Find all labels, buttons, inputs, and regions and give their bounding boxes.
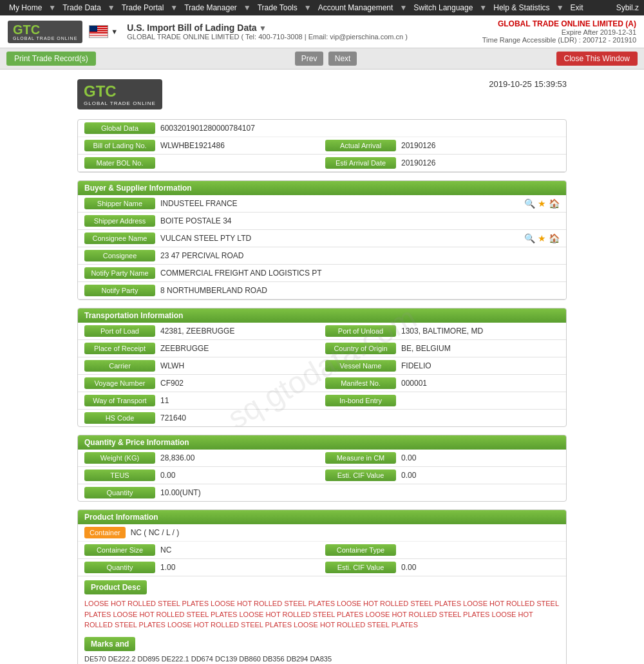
close-button-top[interactable]: Close This Window	[556, 52, 638, 66]
container-type-label: Container Type	[325, 544, 396, 556]
quantity-label: Quantity	[84, 487, 155, 498]
weight-measure-row: Weight (KG) 28,836.00 Measure in CM 0.00	[78, 450, 566, 467]
port-unload-value: 1303, BALTIMORE, MD	[401, 327, 560, 336]
country-origin-col: Country of Origin BE, BELGIUM	[325, 343, 560, 354]
top-navigation: My Home ▼ Trade Data ▼ Trade Portal ▼ Tr…	[0, 0, 644, 15]
bol-row: Bill of Lading No. WLWHBE1921486 Actual …	[78, 137, 566, 155]
quantity-row: Quantity 10.00(UNT)	[78, 484, 566, 501]
master-bol-row: Mater BOL No. Esti Arrival Date 20190126	[78, 155, 566, 172]
user-info: Sybil.z	[616, 3, 639, 12]
print-button-top[interactable]: Print Trade Record(s)	[6, 52, 96, 66]
prod-esti-cif-label: Esti. CIF Value	[325, 562, 396, 573]
esti-cif-label: Esti. CIF Value	[325, 470, 396, 481]
prod-esti-cif-value: 0.00	[401, 563, 560, 572]
container-row: Container NC ( NC / L / )	[78, 524, 566, 542]
quantity-value: 10.00(UNT)	[160, 488, 560, 497]
record-datetime: 2019-10-25 15:39:53	[489, 79, 567, 89]
consignee-search-icon[interactable]: 🔍	[524, 233, 535, 243]
top-action-bar: Print Trade Record(s) Prev Next Close Th…	[0, 48, 644, 70]
vessel-name-value: FIDELIO	[401, 361, 560, 370]
container-size-type-row: Container Size NC Container Type	[78, 542, 566, 559]
carrier-label: Carrier	[84, 360, 155, 372]
prev-button-top[interactable]: Prev	[295, 52, 324, 66]
prod-qty-value: 1.00	[160, 563, 319, 572]
weight-col: Weight (KG) 28,836.00	[84, 452, 319, 464]
nav-help-stats[interactable]: Help & Statistics	[489, 2, 553, 14]
consignee-star-icon[interactable]: ★	[538, 233, 546, 243]
bol-label: Bill of Lading No.	[84, 140, 155, 151]
place-receipt-value: ZEEBRUGGE	[160, 344, 319, 353]
header-bar: GTC GLOBAL TRADE ONLINE ▼ U.S. Import Bi…	[0, 15, 644, 48]
shipper-actions: 🔍 ★ 🏠	[524, 198, 560, 209]
shipper-name-label: Shipper Name	[84, 198, 155, 209]
prod-qty-col: Quantity 1.00	[84, 562, 319, 573]
prod-cif-col: Esti. CIF Value 0.00	[325, 562, 560, 573]
port-load-label: Port of Load	[84, 325, 155, 337]
port-load-value: 42381, ZEEBRUGGE	[160, 327, 319, 336]
port-row: Port of Load 42381, ZEEBRUGGE Port of Un…	[78, 323, 566, 340]
vessel-name-label: Vessel Name	[325, 360, 396, 372]
way-transport-col: Way of Transport 11	[84, 395, 319, 406]
buyer-supplier-section: Buyer & Supplier Information Shipper Nam…	[77, 180, 567, 300]
master-bol-label: Mater BOL No.	[84, 157, 155, 169]
voyage-label: Voyage Number	[84, 377, 155, 389]
logo-sub-text: GLOBAL TRADE ONLINE	[13, 36, 77, 41]
esti-arrival-value: 20190126	[401, 158, 560, 167]
manifest-label: Manifest No.	[325, 377, 396, 389]
title-dropdown-icon[interactable]: ▼	[259, 24, 267, 33]
container-label-btn: Container	[84, 527, 126, 538]
actual-arrival-col: Actual Arrival 20190126	[325, 140, 560, 151]
weight-value: 28,836.00	[160, 453, 319, 462]
nav-trade-manager[interactable]: Trade Manager	[180, 2, 241, 14]
transportation-header: Transportation Information	[78, 308, 566, 323]
voyage-col: Voyage Number CF902	[84, 377, 319, 389]
shipper-search-icon[interactable]: 🔍	[524, 198, 535, 209]
transportation-section: Transportation Information sq.gtodata.co…	[77, 308, 567, 427]
record-logo-sub: GLOBAL TRADE ONLINE	[84, 100, 156, 106]
manifest-value: 000001	[401, 379, 560, 388]
consignee-name-label: Consignee Name	[84, 232, 155, 244]
nav-account-mgmt[interactable]: Account Management	[314, 2, 397, 14]
shipper-star-icon[interactable]: ★	[538, 198, 546, 209]
nav-trade-portal[interactable]: Trade Portal	[118, 2, 168, 14]
voyage-value: CF902	[160, 379, 319, 388]
page-title: U.S. Import Bill of Lading Data	[127, 23, 256, 33]
nav-exit[interactable]: Exit	[567, 2, 587, 14]
notify-party-label: Notify Party	[84, 285, 155, 296]
next-button-top[interactable]: Next	[328, 52, 357, 66]
teus-label: TEUS	[84, 470, 155, 481]
marks-value: DE570 DE222.2 DD895 DE222.1 DD674 DC139 …	[78, 651, 566, 665]
container-size-col: Container Size NC	[84, 544, 319, 556]
consignee-home-icon[interactable]: 🏠	[549, 233, 560, 243]
nav-trade-data[interactable]: Trade Data	[59, 2, 105, 14]
product-desc-red: LOOSE HOT ROLLED STEEL PLATES LOOSE HOT …	[84, 600, 559, 629]
contact-info: GLOBAL TRADE ONLINE LIMITED ( Tel: 400-7…	[127, 33, 408, 41]
nav-my-home[interactable]: My Home	[5, 2, 46, 14]
weight-label: Weight (KG)	[84, 452, 155, 464]
way-transport-label: Way of Transport	[84, 395, 155, 406]
nav-switch-language[interactable]: Switch Language	[410, 2, 477, 14]
manifest-col: Manifest No. 000001	[325, 377, 560, 389]
header-left: GTC GLOBAL TRADE ONLINE ▼ U.S. Import Bi…	[8, 21, 408, 43]
record-header: GTC GLOBAL TRADE ONLINE 2019-10-25 15:39…	[77, 76, 567, 113]
shipper-address-row: Shipper Address BOITE POSTALE 34	[78, 213, 566, 230]
bol-value: WLWHBE1921486	[160, 141, 319, 150]
carrier-col: Carrier WLWH	[84, 360, 319, 372]
quantity-price-header: Quantity & Price Information	[78, 435, 566, 450]
measure-value: 0.00	[401, 453, 560, 462]
logo-gto-text: GTC	[13, 23, 77, 36]
esti-arrival-label: Esti Arrival Date	[325, 157, 396, 169]
container-size-label: Container Size	[84, 544, 155, 556]
nav-trade-tools[interactable]: Trade Tools	[254, 2, 301, 14]
actual-arrival-value: 20190126	[401, 141, 560, 150]
shipper-home-icon[interactable]: 🏠	[549, 198, 560, 209]
record-logo-gto: GTC	[84, 82, 156, 100]
teus-cif-row: TEUS 0.00 Esti. CIF Value 0.00	[78, 467, 566, 484]
shipper-address-value: BOITE POSTALE 34	[160, 216, 560, 225]
flag-language[interactable]: ▼	[89, 25, 118, 38]
prod-qty-label: Quantity	[84, 562, 155, 573]
port-unload-label: Port of Unload	[325, 325, 396, 337]
logo: GTC GLOBAL TRADE ONLINE	[8, 21, 82, 43]
us-flag-icon	[89, 25, 108, 38]
nav-menu: My Home ▼ Trade Data ▼ Trade Portal ▼ Tr…	[5, 2, 587, 14]
